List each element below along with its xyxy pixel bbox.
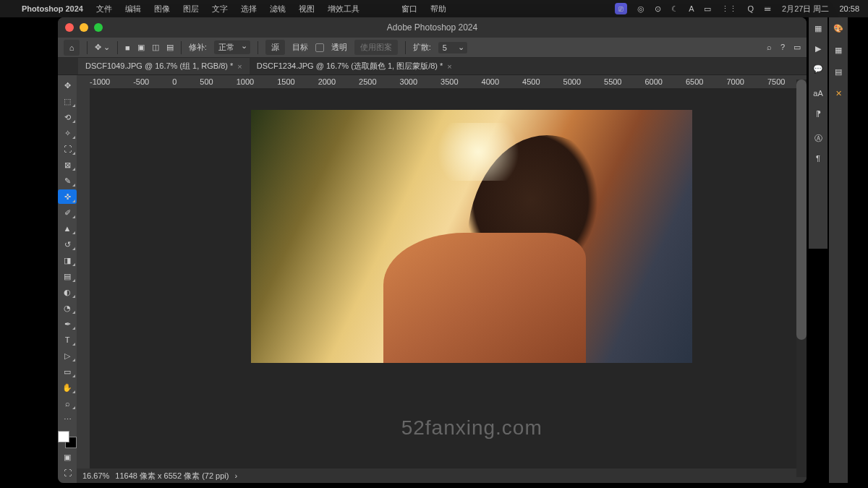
dock-patterns-icon[interactable]: ✕ <box>832 87 845 100</box>
document-tabs: DSCF1049.JPG @ 16.7% (组 1, RGB/8) * × DS… <box>58 58 807 75</box>
patch-label: 修补: <box>189 42 207 53</box>
transparent-checkbox[interactable] <box>315 43 324 52</box>
moon-icon[interactable]: ☾ <box>671 4 678 14</box>
eraser-tool[interactable]: ◨ <box>58 253 77 267</box>
text-tool[interactable]: T <box>58 333 77 347</box>
wifi-icon[interactable]: ⋮⋮ <box>721 4 737 14</box>
patch-mode-icon1[interactable]: ■ <box>125 43 130 52</box>
menu-edit[interactable]: 编辑 <box>125 4 141 14</box>
dock-para2-icon[interactable]: ¶ <box>812 152 825 165</box>
diffusion-label: 扩散: <box>413 42 431 53</box>
rec-icon[interactable]: ⊙ <box>655 4 661 14</box>
patch-mode-icon2[interactable]: ▣ <box>137 43 145 52</box>
menu-file[interactable]: 文件 <box>96 4 112 14</box>
sound-icon[interactable]: Q <box>747 4 754 13</box>
wand-tool[interactable]: ✧ <box>58 126 77 140</box>
menubar-date[interactable]: 2月27日 周二 <box>782 4 829 14</box>
tool-preset-icon[interactable]: ✥ ⌄ <box>95 43 110 52</box>
menu-window[interactable]: 窗口 <box>401 4 417 14</box>
source-button[interactable]: 源 <box>265 40 285 55</box>
menubar-time[interactable]: 20:58 <box>839 4 859 13</box>
patch-mode-icon3[interactable]: ◫ <box>152 43 159 52</box>
menu-view[interactable]: 视图 <box>299 4 315 14</box>
cc-icon[interactable]: ◎ <box>637 4 644 14</box>
document-info[interactable]: 11648 像素 x 6552 像素 (72 ppi) <box>115 471 229 481</box>
pen-tool[interactable]: ✒ <box>58 317 77 331</box>
image-highlight <box>427 123 529 181</box>
frame-tool[interactable]: ⊠ <box>58 158 77 172</box>
canvas-viewport[interactable]: 52fanxing.com <box>77 88 807 468</box>
menu-select[interactable]: 选择 <box>241 4 257 14</box>
dock-para-icon[interactable]: ⁋ <box>812 107 825 120</box>
dock-gradients-icon[interactable]: ▤ <box>832 65 845 78</box>
dock-actions-icon[interactable]: ▶ <box>812 42 825 55</box>
move-tool[interactable]: ✥ <box>58 78 77 93</box>
workspace-icon[interactable]: ▭ <box>793 43 801 52</box>
menu-image[interactable]: 图像 <box>154 4 170 14</box>
tab2-title: DSCF1234.JPG @ 16.7% (选取颜色 1, 图层蒙版/8) * <box>257 61 443 72</box>
color-swatches[interactable] <box>58 431 77 448</box>
lasso-tool[interactable]: ⟲ <box>58 110 77 124</box>
help-icon[interactable]: ? <box>780 43 785 52</box>
workspace: ✥ ⬚ ⟲ ✧ ⛶ ⊠ ✎ ✜ ✐ ▲ ↺ ◨ ▤ ◐ ◔ ✒ T ▷ ▭ ✋ … <box>58 75 807 483</box>
window-minimize-button[interactable] <box>80 23 88 32</box>
tools-panel: ✥ ⬚ ⟲ ✧ ⛶ ⊠ ✎ ✜ ✐ ▲ ↺ ◨ ▤ ◐ ◔ ✒ T ▷ ▭ ✋ … <box>58 75 77 483</box>
brush-tool[interactable]: ✐ <box>58 205 77 220</box>
document-canvas[interactable] <box>251 110 692 363</box>
menubar-right: ⎚ ◎ ⊙ ☾ A ▭ ⋮⋮ Q ⩸ 2月27日 周二 20:58 <box>615 3 859 14</box>
document-tab-2[interactable]: DSCF1234.JPG @ 16.7% (选取颜色 1, 图层蒙版/8) * … <box>250 58 459 74</box>
screenrec-icon[interactable]: ⎚ <box>615 3 627 14</box>
shape-tool[interactable]: ▭ <box>58 364 77 379</box>
dock-history-icon[interactable]: ▦ <box>812 22 825 35</box>
screenmode-toggle[interactable]: ⛶ <box>58 466 77 480</box>
destination-button[interactable]: 目标 <box>292 42 308 53</box>
zoom-level[interactable]: 16.67% <box>82 471 109 480</box>
stamp-tool[interactable]: ▲ <box>58 221 77 236</box>
quickmask-toggle[interactable]: ▣ <box>58 450 77 464</box>
menu-filter[interactable]: 滤镜 <box>270 4 286 14</box>
patch-mode-select[interactable]: 正常 <box>214 40 250 54</box>
gradient-tool[interactable]: ▤ <box>58 269 77 283</box>
use-pattern-button: 使用图案 <box>354 40 398 55</box>
crop-tool[interactable]: ⛶ <box>58 142 77 156</box>
marquee-tool[interactable]: ⬚ <box>58 94 77 108</box>
zoom-tool[interactable]: ⌕ <box>58 396 77 411</box>
input-a-icon[interactable]: A <box>689 4 694 13</box>
dock-color-icon[interactable]: 🎨 <box>832 22 845 35</box>
dodge-tool[interactable]: ◔ <box>58 301 77 315</box>
dock-type-icon[interactable]: aA <box>812 87 825 100</box>
edit-toolbar[interactable]: ⋯ <box>58 412 77 427</box>
control-center-icon[interactable]: ⩸ <box>764 4 772 13</box>
menu-type[interactable]: 文字 <box>212 4 228 14</box>
panel-scrollbar[interactable] <box>796 80 807 477</box>
window-traffic-lights <box>65 23 103 32</box>
tab1-close-icon[interactable]: × <box>237 62 242 71</box>
patch-tool[interactable]: ✜ <box>58 189 77 204</box>
dock-swatches-icon[interactable]: ▦ <box>832 43 845 56</box>
window-close-button[interactable] <box>65 23 74 32</box>
diffusion-input[interactable]: 5 <box>438 42 467 53</box>
watermark-text: 52fanxing.com <box>401 416 542 440</box>
home-button[interactable]: ⌂ <box>64 40 80 56</box>
patch-mode-icon4[interactable]: ▤ <box>166 43 174 52</box>
eyedropper-tool[interactable]: ✎ <box>58 174 77 188</box>
search-icon[interactable]: ⌕ <box>767 43 772 52</box>
status-chevron-icon[interactable]: › <box>234 471 237 480</box>
app-name[interactable]: Photoshop 2024 <box>22 4 83 13</box>
battery-icon[interactable]: ▭ <box>704 4 711 14</box>
blur-tool[interactable]: ◐ <box>58 285 77 299</box>
menu-layer[interactable]: 图层 <box>183 4 199 14</box>
photoshop-window: Adobe Photoshop 2024 ⌂ ✥ ⌄ ■ ▣ ◫ ▤ 修补: 正… <box>58 17 807 483</box>
dock-glyph-icon[interactable]: Ⓐ <box>812 132 825 145</box>
path-tool[interactable]: ▷ <box>58 348 77 363</box>
transparent-label: 透明 <box>331 42 347 53</box>
options-bar: ⌂ ✥ ⌄ ■ ▣ ◫ ▤ 修补: 正常 源 目标 透明 使用图案 扩散: 5 … <box>58 38 807 58</box>
menu-help[interactable]: 帮助 <box>430 4 446 14</box>
window-maximize-button[interactable] <box>94 23 103 32</box>
hand-tool[interactable]: ✋ <box>58 380 77 395</box>
dock-chat-icon[interactable]: 💬 <box>812 62 825 75</box>
menu-plugins[interactable]: 增效工具 <box>328 4 359 14</box>
history-brush-tool[interactable]: ↺ <box>58 237 77 252</box>
tab2-close-icon[interactable]: × <box>447 62 451 71</box>
document-tab-1[interactable]: DSCF1049.JPG @ 16.7% (组 1, RGB/8) * × <box>78 58 250 74</box>
